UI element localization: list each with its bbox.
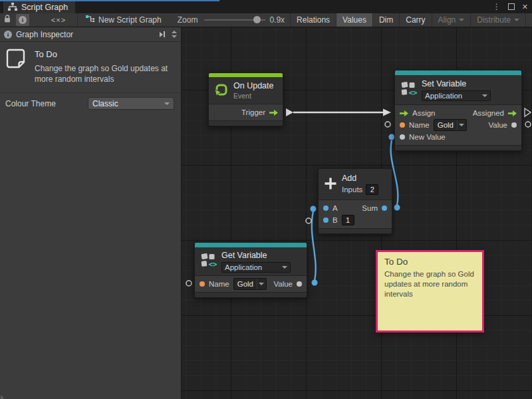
port-dot bbox=[323, 217, 329, 223]
port-dot bbox=[400, 122, 405, 128]
node-title: Set Variable bbox=[422, 79, 491, 88]
code-view-button[interactable]: <×> bbox=[40, 13, 77, 27]
port-label: A bbox=[332, 204, 338, 212]
flow-arrow-icon bbox=[508, 110, 517, 116]
chevron-down-icon bbox=[482, 94, 487, 97]
b-value-field[interactable]: 1 bbox=[342, 215, 354, 225]
script-graph-asset-icon bbox=[86, 15, 94, 25]
inputs-label: Inputs bbox=[342, 186, 362, 194]
assigned-output-port[interactable]: Assigned bbox=[473, 109, 517, 117]
new-value-input-port[interactable]: New Value bbox=[400, 133, 446, 141]
add-a-connector[interactable] bbox=[311, 206, 317, 212]
values-label: Values bbox=[342, 15, 366, 25]
chevron-down-icon bbox=[459, 124, 464, 126]
zoom-slider-handle[interactable] bbox=[253, 16, 261, 23]
chevron-down-icon bbox=[259, 283, 264, 285]
note-text: Change the graph so Gold updates at more… bbox=[35, 64, 180, 84]
lock-icon bbox=[3, 15, 11, 25]
plus-icon bbox=[324, 177, 337, 192]
lock-button[interactable] bbox=[0, 13, 15, 27]
value-wire-get-to-add[interactable] bbox=[312, 211, 316, 281]
port-label: New Value bbox=[409, 133, 446, 141]
zoom-value: 0.9x bbox=[269, 15, 285, 25]
graph-asset-name: New Script Graph bbox=[98, 15, 162, 25]
toolbar-separator bbox=[77, 13, 78, 27]
graph-asset-button[interactable]: New Script Graph bbox=[86, 15, 162, 25]
dock-panel-icon[interactable] bbox=[160, 31, 165, 37]
value-output-port[interactable]: Value bbox=[488, 121, 517, 129]
align-dropdown[interactable]: Align bbox=[432, 13, 471, 27]
carry-button[interactable]: Carry bbox=[399, 13, 431, 27]
scroll-down-icon[interactable] bbox=[172, 35, 177, 38]
distribute-dropdown[interactable]: Distribute bbox=[470, 13, 525, 27]
flow-arrow-icon bbox=[269, 110, 278, 116]
overview-button[interactable]: Overview bbox=[525, 13, 532, 27]
scroll-up-icon[interactable] bbox=[172, 31, 177, 33]
align-label: Align bbox=[438, 15, 456, 25]
node-add[interactable]: Add Inputs 2 A Sum bbox=[318, 168, 392, 234]
port-dot bbox=[511, 122, 517, 128]
colour-theme-value: Classic bbox=[92, 99, 118, 108]
node-on-update[interactable]: On Update Event Trigger bbox=[208, 72, 283, 126]
note-title: To Do bbox=[35, 49, 180, 59]
name-input-port[interactable]: Name Gold bbox=[200, 278, 267, 290]
port-dot bbox=[382, 205, 387, 211]
port-label: Value bbox=[488, 121, 507, 129]
svg-text:<>: <> bbox=[209, 260, 217, 268]
set-variable-assigned-connector[interactable] bbox=[525, 108, 531, 116]
svg-text:<>: <> bbox=[409, 88, 418, 96]
node-get-variable[interactable]: <> Get Variable Application bbox=[194, 242, 307, 298]
panel-resize-handle[interactable] bbox=[1, 395, 5, 399]
set-variable-value-connector[interactable] bbox=[525, 122, 531, 127]
zoom-slider[interactable] bbox=[204, 13, 265, 27]
name-input-port[interactable]: Name Gold bbox=[400, 119, 467, 131]
value-output-port[interactable]: Value bbox=[273, 280, 302, 288]
dim-button[interactable]: Dim bbox=[372, 13, 399, 27]
colour-theme-select[interactable]: Classic bbox=[88, 97, 174, 110]
assign-input-port[interactable]: Assign bbox=[400, 109, 436, 117]
values-button[interactable]: Values bbox=[336, 13, 372, 27]
graph-inspector-header[interactable]: i Graph Inspector bbox=[0, 27, 181, 42]
close-icon[interactable]: ✕ bbox=[522, 3, 528, 11]
relations-button[interactable]: Relations bbox=[290, 13, 336, 27]
trigger-output-port[interactable]: Trigger bbox=[241, 108, 278, 116]
set-variable-name-connector[interactable] bbox=[385, 122, 390, 127]
window-menu-icon[interactable]: ⋮ bbox=[493, 3, 501, 11]
sticky-note-text: Change the graph so Gold updates at more… bbox=[384, 269, 479, 299]
get-variable-name-connector[interactable] bbox=[186, 281, 192, 286]
variable-name-value: Gold bbox=[234, 280, 257, 288]
variable-name-value: Gold bbox=[434, 121, 457, 129]
node-set-variable[interactable]: <> Set Variable Application bbox=[394, 70, 522, 151]
trigger-output-connector[interactable] bbox=[286, 108, 293, 116]
node-title: On Update bbox=[233, 81, 273, 90]
add-sum-connector[interactable] bbox=[394, 205, 400, 211]
port-dot bbox=[200, 281, 205, 287]
info-icon: i bbox=[4, 31, 12, 39]
port-label: Value bbox=[273, 280, 293, 288]
unity-script-graph-window: Script Graph ⋮ ✕ i <×> bbox=[0, 0, 532, 399]
a-input-port[interactable]: A bbox=[323, 204, 338, 212]
b-input-port[interactable]: B 1 bbox=[323, 215, 354, 225]
variable-name-select[interactable]: Gold bbox=[434, 119, 467, 131]
dim-label: Dim bbox=[379, 15, 393, 25]
control-wire-arrowhead bbox=[383, 109, 391, 116]
port-label: Name bbox=[409, 121, 430, 129]
variable-scope-select[interactable]: Application bbox=[221, 262, 291, 273]
sticky-note[interactable]: To Do Change the graph so Gold updates a… bbox=[376, 250, 484, 332]
panel-scroll-arrows[interactable] bbox=[172, 31, 177, 38]
variable-name-select[interactable]: Gold bbox=[233, 278, 267, 290]
node-title: Add bbox=[342, 174, 378, 183]
sum-output-port[interactable]: Sum bbox=[362, 204, 387, 212]
graph-canvas[interactable]: On Update Event Trigger bbox=[182, 27, 532, 399]
node-title: Get Variable bbox=[221, 251, 291, 260]
inspect-toggle-button[interactable]: i bbox=[16, 14, 29, 26]
zoom-label: Zoom bbox=[178, 15, 198, 25]
inputs-count-field[interactable]: 2 bbox=[366, 184, 378, 195]
add-b-connector[interactable] bbox=[306, 218, 311, 223]
tab-script-graph[interactable]: Script Graph bbox=[3, 1, 75, 13]
maximize-icon[interactable] bbox=[508, 3, 515, 10]
variable-scope-select[interactable]: Application bbox=[422, 90, 491, 101]
get-variable-value-connector[interactable] bbox=[312, 280, 318, 286]
port-dot bbox=[297, 281, 302, 287]
on-update-loop-icon bbox=[214, 82, 229, 99]
